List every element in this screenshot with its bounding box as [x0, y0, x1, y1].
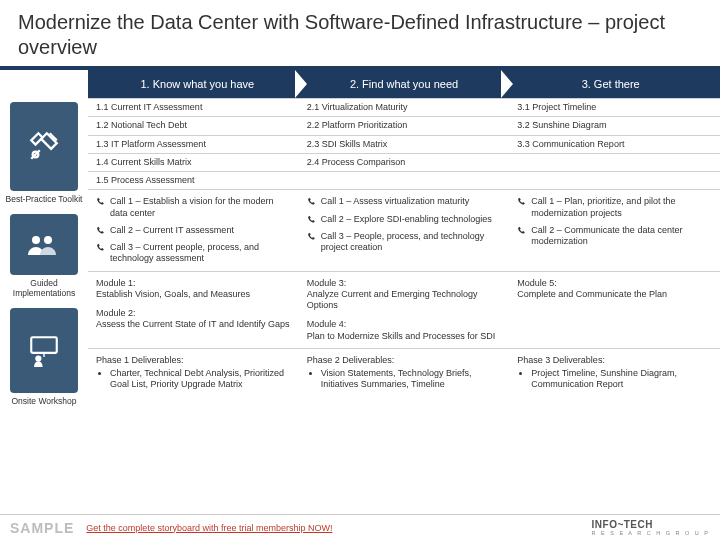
- best-practice-label: Best-Practice Toolkit: [6, 195, 83, 204]
- content-area: Best-Practice Toolkit Guided Implementat…: [0, 70, 720, 514]
- calls-phase-3: Call 1 – Plan, prioritize, and pilot the…: [509, 189, 720, 270]
- bp-cell: [509, 153, 720, 171]
- onsite-workshop-label: Onsite Workshop: [11, 397, 76, 406]
- main-grid: 1. Know what you have 2. Find what you n…: [88, 70, 720, 514]
- call-text: Call 1 – Assess virtualization maturity: [321, 196, 470, 207]
- phone-icon: [517, 226, 526, 235]
- guided-impl-label: Guided Implementations: [2, 279, 86, 298]
- bp-cell: 2.1 Virtualization Maturity: [299, 98, 510, 116]
- bp-cell: 1.4 Current Skills Matrix: [88, 153, 299, 171]
- logo-sub: R E S E A R C H G R O U P: [592, 530, 710, 536]
- modules-row: Module 1:Establish Vision, Goals, and Me…: [88, 271, 720, 348]
- bp-row-2: 1.2 Notional Tech Debt 2.2 Platform Prio…: [88, 116, 720, 134]
- bp-row-5: 1.5 Process Assessment: [88, 171, 720, 189]
- bp-cell: 2.2 Platform Prioritization: [299, 116, 510, 134]
- people-icon: [10, 214, 78, 275]
- calls-row: Call 1 – Establish a vision for the mode…: [88, 189, 720, 270]
- left-icon-column: Best-Practice Toolkit Guided Implementat…: [0, 70, 88, 514]
- bp-cell: [509, 171, 720, 189]
- module-3-title: Module 3:: [307, 278, 347, 288]
- modules-phase-2: Module 3:Analyze Current and Emerging Te…: [299, 271, 510, 348]
- bp-cell: 3.3 Communication Report: [509, 135, 720, 153]
- svg-point-1: [32, 236, 40, 244]
- module-2-title: Module 2:: [96, 308, 136, 318]
- deliv-1-title: Phase 1 Deliverables:: [96, 355, 184, 365]
- module-1-desc: Establish Vision, Goals, and Measures: [96, 289, 250, 299]
- call-text: Call 3 – People, process, and technology…: [321, 231, 502, 254]
- deliv-3-title: Phase 3 Deliverables:: [517, 355, 605, 365]
- presenter-icon: [10, 308, 78, 393]
- module-5-desc: Complete and Communicate the Plan: [517, 289, 667, 299]
- slide: Modernize the Data Center with Software-…: [0, 0, 720, 540]
- bp-cell: 2.3 SDI Skills Matrix: [299, 135, 510, 153]
- bp-cell: 2.4 Process Comparison: [299, 153, 510, 171]
- phone-icon: [307, 232, 316, 241]
- module-1-title: Module 1:: [96, 278, 136, 288]
- guided-impl-section-icon: Guided Implementations: [0, 210, 88, 304]
- logo-main: INFO~TECH: [592, 519, 653, 530]
- phone-icon: [307, 215, 316, 224]
- bp-cell: [299, 171, 510, 189]
- call-item: Call 3 – People, process, and technology…: [307, 228, 502, 257]
- deliverables-row: Phase 1 Deliverables: Charter, Technical…: [88, 348, 720, 399]
- phase-1-header: 1. Know what you have: [88, 70, 307, 98]
- phone-icon: [96, 243, 105, 252]
- phone-icon: [307, 197, 316, 206]
- call-text: Call 2 – Communicate the data center mod…: [531, 225, 712, 248]
- call-item: Call 1 – Assess virtualization maturity: [307, 193, 502, 210]
- call-item: Call 3 – Current people, process, and te…: [96, 239, 291, 268]
- sample-watermark: SAMPLE: [10, 520, 74, 536]
- call-item: Call 1 – Establish a vision for the mode…: [96, 193, 291, 222]
- modules-phase-1: Module 1:Establish Vision, Goals, and Me…: [88, 271, 299, 348]
- onsite-workshop-section-icon: Onsite Workshop: [0, 304, 88, 412]
- call-text: Call 1 – Plan, prioritize, and pilot the…: [531, 196, 712, 219]
- module-3-desc: Analyze Current and Emerging Technology …: [307, 289, 478, 310]
- call-text: Call 2 – Current IT assessment: [110, 225, 234, 236]
- phase-1-label: 1. Know what you have: [140, 78, 254, 90]
- bp-row-4: 1.4 Current Skills Matrix 2.4 Process Co…: [88, 153, 720, 171]
- deliv-phase-2: Phase 2 Deliverables: Vision Statements,…: [299, 348, 510, 399]
- footer: SAMPLE Get the complete storyboard with …: [0, 514, 720, 540]
- cta-link[interactable]: Get the complete storyboard with free tr…: [86, 523, 332, 533]
- calls-phase-1: Call 1 – Establish a vision for the mode…: [88, 189, 299, 270]
- bp-cell: 3.1 Project Timeline: [509, 98, 720, 116]
- deliv-2-title: Phase 2 Deliverables:: [307, 355, 395, 365]
- call-item: Call 2 – Communicate the data center mod…: [517, 222, 712, 251]
- call-text: Call 3 – Current people, process, and te…: [110, 242, 291, 265]
- phase-2-label: 2. Find what you need: [350, 78, 458, 90]
- call-item: Call 2 – Current IT assessment: [96, 222, 291, 239]
- phone-icon: [517, 197, 526, 206]
- deliv-3-item: Project Timeline, Sunshine Diagram, Comm…: [531, 368, 712, 391]
- phase-2-header: 2. Find what you need: [295, 70, 514, 98]
- infotech-logo: INFO~TECH R E S E A R C H G R O U P: [592, 519, 710, 536]
- phone-icon: [96, 197, 105, 206]
- call-text: Call 2 – Explore SDI-enabling technologi…: [321, 214, 492, 225]
- title-block: Modernize the Data Center with Software-…: [0, 0, 720, 70]
- bp-cell: 1.5 Process Assessment: [88, 171, 299, 189]
- bp-cell: 1.3 IT Platform Assessment: [88, 135, 299, 153]
- modules-phase-3: Module 5:Complete and Communicate the Pl…: [509, 271, 720, 348]
- deliv-1-item: Charter, Technical Debt Analysis, Priori…: [110, 368, 291, 391]
- bp-cell: 1.1 Current IT Assessment: [88, 98, 299, 116]
- deliv-2-item: Vision Statements, Technology Briefs, In…: [321, 368, 502, 391]
- bp-cell: 1.2 Notional Tech Debt: [88, 116, 299, 134]
- best-practice-section-icon: Best-Practice Toolkit: [0, 98, 88, 210]
- bp-row-3: 1.3 IT Platform Assessment 2.3 SDI Skill…: [88, 135, 720, 153]
- phase-3-label: 3. Get there: [582, 78, 640, 90]
- svg-point-4: [35, 356, 41, 362]
- tools-icon: [10, 102, 78, 191]
- module-4-title: Module 4:: [307, 319, 347, 329]
- bp-row-1: 1.1 Current IT Assessment 2.1 Virtualiza…: [88, 98, 720, 116]
- page-title: Modernize the Data Center with Software-…: [18, 10, 702, 60]
- deliv-phase-1: Phase 1 Deliverables: Charter, Technical…: [88, 348, 299, 399]
- bp-cell: 3.2 Sunshine Diagram: [509, 116, 720, 134]
- calls-phase-2: Call 1 – Assess virtualization maturity …: [299, 189, 510, 270]
- call-item: Call 2 – Explore SDI-enabling technologi…: [307, 211, 502, 228]
- deliv-phase-3: Phase 3 Deliverables: Project Timeline, …: [509, 348, 720, 399]
- svg-rect-3: [31, 338, 57, 354]
- module-4-desc: Plan to Modernize Skills and Processes f…: [307, 331, 496, 341]
- phase-header-row: 1. Know what you have 2. Find what you n…: [88, 70, 720, 98]
- phone-icon: [96, 226, 105, 235]
- call-item: Call 1 – Plan, prioritize, and pilot the…: [517, 193, 712, 222]
- module-5-title: Module 5:: [517, 278, 557, 288]
